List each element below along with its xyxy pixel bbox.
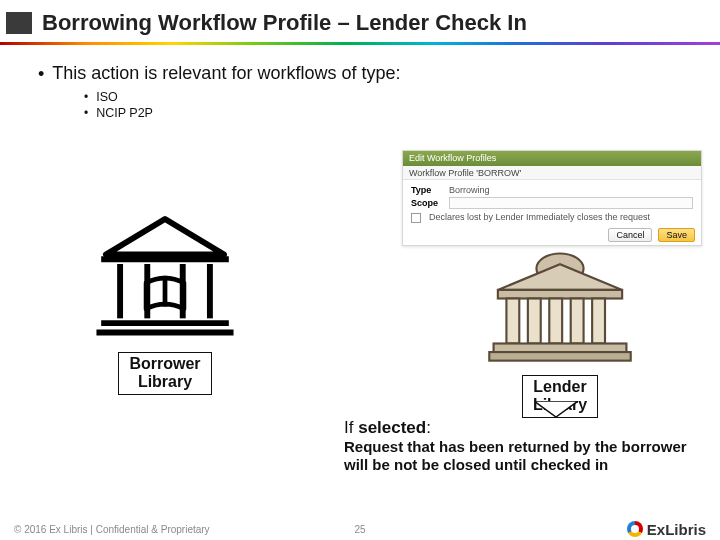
- svg-rect-17: [494, 344, 627, 353]
- svg-marker-0: [106, 219, 224, 254]
- if-selected-note: If selected: Request that has been retur…: [344, 418, 712, 474]
- exlibris-logo: ExLibris: [627, 521, 706, 538]
- exlibris-mark-icon: [627, 521, 643, 537]
- main-bullet: This action is relevant for workflows of…: [38, 63, 696, 85]
- lender-library-figure: Lender Library: [475, 247, 645, 418]
- borrower-library-figure: Borrower Library: [80, 212, 250, 395]
- title-accent-block: [6, 12, 32, 34]
- sub-bullet: NCIP P2P: [84, 105, 696, 121]
- sub-bullet-text: ISO: [96, 90, 118, 104]
- mini-tab: Workflow Profile 'BORROW': [403, 166, 701, 180]
- svg-rect-13: [528, 299, 541, 344]
- svg-rect-16: [592, 299, 605, 344]
- sub-bullet-text: NCIP P2P: [96, 106, 153, 120]
- mini-type-value: Borrowing: [449, 185, 490, 195]
- exlibris-text: ExLibris: [647, 521, 706, 538]
- lender-library-icon: [485, 247, 635, 365]
- footer-copyright: © 2016 Ex Libris | Confidential & Propri…: [14, 524, 210, 535]
- mini-type-label: Type: [411, 185, 443, 195]
- svg-rect-18: [489, 352, 630, 361]
- arrow-down-icon: [534, 401, 578, 417]
- borrower-library-icon: [90, 212, 240, 342]
- ifsel-prefix: If: [344, 418, 358, 437]
- borrower-library-label: Borrower Library: [118, 352, 211, 395]
- main-bullet-text: This action is relevant for workflows of…: [52, 63, 400, 84]
- mini-header: Edit Workflow Profiles: [403, 151, 701, 166]
- svg-rect-12: [506, 299, 519, 344]
- svg-rect-11: [498, 290, 622, 299]
- ifsel-bold: selected: [358, 418, 426, 437]
- footer-slide-number: 25: [354, 524, 365, 535]
- sub-bullet-list: ISO NCIP P2P: [38, 85, 696, 121]
- svg-rect-15: [571, 299, 584, 344]
- ifsel-suffix: :: [426, 418, 431, 437]
- svg-marker-10: [498, 264, 622, 290]
- if-selected-title: If selected:: [344, 418, 712, 438]
- mini-scope-input: [449, 197, 693, 209]
- sub-bullet: ISO: [84, 89, 696, 105]
- if-selected-body: Request that has been returned by the bo…: [344, 438, 712, 474]
- mini-scope-label: Scope: [411, 198, 443, 208]
- svg-rect-14: [549, 299, 562, 344]
- svg-marker-19: [534, 401, 578, 417]
- page-title: Borrowing Workflow Profile – Lender Chec…: [42, 10, 527, 36]
